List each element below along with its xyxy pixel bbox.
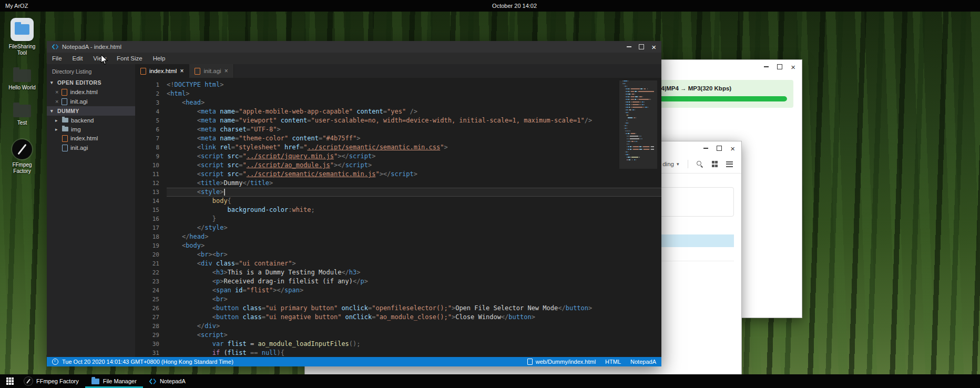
close-editor-icon[interactable]: ×	[55, 89, 58, 95]
code-line[interactable]: <body>	[167, 241, 661, 250]
code-token: onClick	[341, 313, 372, 321]
close-icon[interactable]: ×	[730, 145, 735, 152]
menu-item-font-size[interactable]: Font Size	[111, 53, 148, 64]
code-line[interactable]: <br><br>	[167, 250, 661, 259]
code-line[interactable]: background-color:white;	[167, 206, 661, 215]
code-line[interactable]: </head>	[167, 232, 661, 241]
line-number-gutter: 1234567891011121314151617181920212223242…	[135, 80, 167, 357]
maximize-icon[interactable]	[777, 64, 782, 69]
code-line[interactable]: <link rel="stylesheet" href="../script/s…	[167, 143, 661, 152]
minimize-icon[interactable]	[703, 148, 708, 149]
tab-index-html[interactable]: index.html×	[135, 64, 189, 78]
maximize-icon[interactable]	[639, 44, 644, 49]
close-editor-icon[interactable]: ×	[55, 98, 58, 105]
code-token: =	[243, 287, 247, 294]
grid-view-icon[interactable]	[712, 161, 718, 167]
taskbar-item-notepada[interactable]: NotepadA	[143, 374, 192, 388]
code-token: ></	[273, 287, 284, 294]
code-line[interactable]: <button class="ui primary button" onclic…	[167, 304, 661, 313]
tree-item-backend[interactable]: ▸backend	[47, 116, 135, 125]
search-icon[interactable]	[697, 161, 703, 168]
code-token: "ui container"	[239, 260, 292, 267]
open-editor-init-agi[interactable]: ×init.agi	[47, 97, 135, 106]
item-name: index.html	[70, 135, 98, 141]
taskbar-item-file-manager[interactable]: File Manager	[85, 374, 143, 388]
close-tab-icon[interactable]: ×	[224, 67, 228, 75]
aroz-menu-label[interactable]: My ArOZ	[0, 3, 28, 9]
minimap-line	[622, 83, 654, 84]
close-icon[interactable]: ×	[791, 63, 795, 71]
minimap[interactable]	[622, 80, 654, 162]
open-editors-section[interactable]: ▾ OPEN EDITORS	[47, 78, 135, 87]
code-line[interactable]: <script src="../script/ao_module.js"></s…	[167, 161, 661, 170]
desktop-icon-hello-world[interactable]: Hello World	[4, 69, 40, 91]
code-line[interactable]: <script src="../script/jquery.min.js"></…	[167, 152, 661, 161]
code-token	[167, 170, 197, 178]
code-line[interactable]: <p>Received drag-in filelist (if any)</p…	[167, 277, 661, 286]
code-line[interactable]: var flist = ao_module_loadInputFiles();	[167, 340, 661, 349]
code-line[interactable]: <div class="ui container">	[167, 259, 661, 268]
code-line[interactable]: <button class="ui negative button" onCli…	[167, 313, 661, 322]
notepada-titlebar[interactable]: NotepadA - index.html ×	[47, 41, 661, 53]
list-menu-icon[interactable]	[726, 161, 733, 167]
code-line[interactable]: <title>Dummy</title>	[167, 179, 661, 188]
code-line[interactable]: body{	[167, 197, 661, 206]
code-line[interactable]: <!DOCTYPE html>	[167, 80, 661, 89]
code-line[interactable]: </style>	[167, 223, 661, 232]
code-line[interactable]: if (flist == null){	[167, 349, 661, 357]
code-line[interactable]: <h3>This is a Dummy Testing Module</h3>	[167, 268, 661, 277]
line-number: 6	[135, 125, 159, 134]
code-line[interactable]: <style>	[167, 188, 661, 197]
minimap-line	[622, 146, 654, 147]
launcher-grid-icon[interactable]	[2, 374, 18, 388]
close-icon[interactable]: ×	[651, 43, 656, 51]
code-line[interactable]: <meta charset="UTF-8">	[167, 125, 661, 134]
desktop-icon-filesharing-tool[interactable]: FileSharing Tool	[4, 18, 40, 56]
menu-item-edit[interactable]: Edit	[67, 53, 88, 64]
code-token: "yes"	[387, 108, 406, 115]
tab-init-agi[interactable]: init.agi×	[189, 64, 233, 78]
code-line[interactable]: <meta name="theme-color" content="#4b75f…	[167, 134, 661, 143]
minimize-icon[interactable]	[627, 46, 631, 47]
sort-dropdown[interactable]: ding ▾	[662, 161, 679, 167]
code-line[interactable]: </div>	[167, 322, 661, 331]
project-section[interactable]: ▾ DUMMY	[47, 106, 135, 116]
open-editors-label: OPEN EDITORS	[57, 79, 101, 86]
code-line[interactable]: <meta name="viewport" content="user-scal…	[167, 116, 661, 125]
item-name: backend	[71, 117, 94, 124]
maximize-icon[interactable]	[717, 146, 722, 151]
code-line[interactable]: <html>	[167, 89, 661, 98]
folder-icon	[62, 118, 68, 122]
code-line[interactable]: <br>	[167, 295, 661, 304]
code-line[interactable]: <script>	[167, 331, 661, 340]
tree-item-index-html[interactable]: index.html	[47, 134, 135, 143]
desktop-icon-label: FileSharing Tool	[6, 44, 38, 56]
code-line[interactable]: <meta name="apple-mobile-web-app-capable…	[167, 107, 661, 116]
code-area[interactable]: 1234567891011121314151617181920212223242…	[135, 78, 661, 357]
close-tab-icon[interactable]: ×	[180, 67, 183, 75]
desktop-icon-test[interactable]: Test	[4, 105, 40, 126]
minimize-icon[interactable]	[764, 66, 769, 67]
tree-item-init-agi[interactable]: init.agi	[47, 143, 135, 152]
code-line[interactable]: <span id="flist"></span>	[167, 286, 661, 295]
code-token	[247, 349, 250, 356]
taskbar-item-ffmpeg-factory[interactable]: FFmpeg Factory	[18, 374, 85, 388]
code-token: "	[243, 170, 247, 178]
code-token: button	[508, 313, 531, 321]
code-line[interactable]: }	[167, 215, 661, 223]
code-token	[167, 313, 212, 321]
code-line[interactable]: <head>	[167, 98, 661, 107]
code-token: head	[186, 99, 201, 106]
code-token: >	[201, 242, 205, 249]
code-token: =	[383, 108, 387, 115]
code-token	[167, 188, 197, 196]
code-line[interactable]: <script src="../script/semantic/semantic…	[167, 170, 661, 179]
open-editor-index-html[interactable]: ×index.html	[47, 87, 135, 97]
tree-item-img[interactable]: ▸img	[47, 125, 135, 134]
code-token: "ui negative button"	[266, 313, 342, 321]
menu-item-file[interactable]: File	[47, 53, 67, 64]
desktop-icon-ffmpeg-factory[interactable]: FFmpeg Factory	[4, 139, 40, 174]
menu-item-help[interactable]: Help	[148, 53, 171, 64]
line-number: 28	[135, 322, 159, 331]
code-content: <!DOCTYPE html><html> <head> <meta name=…	[167, 80, 661, 357]
